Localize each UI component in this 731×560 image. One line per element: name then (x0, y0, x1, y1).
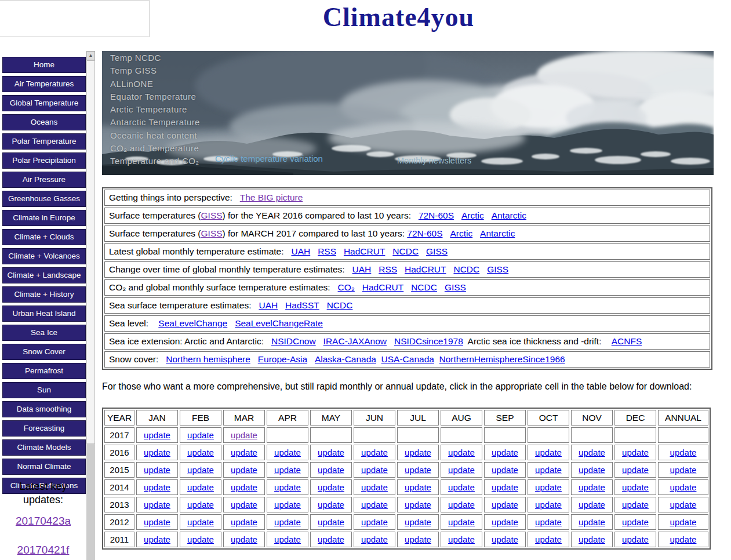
uah-link[interactable]: UAH (291, 246, 310, 257)
update-link-20170421f[interactable]: 20170421f (0, 543, 86, 557)
update-link[interactable]: update (405, 500, 431, 510)
update-link[interactable]: update (144, 482, 170, 492)
giss-link[interactable]: GISS (201, 228, 223, 239)
northernhemispheresince1966-link[interactable]: NorthernHemisphereSince1966 (439, 354, 565, 365)
ncdc-link[interactable]: NCDC (392, 246, 419, 257)
scrollbar-thumb[interactable] (86, 60, 95, 444)
giss-link[interactable]: GISS (201, 210, 223, 221)
update-link[interactable]: update (405, 482, 431, 492)
update-link[interactable]: update (535, 465, 562, 475)
sidebar-item-climate-clouds[interactable]: Climate + Clouds (2, 229, 86, 245)
uah-link[interactable]: UAH (259, 300, 278, 311)
sidebar-item-oceans[interactable]: Oceans (2, 114, 86, 130)
hadcrut-link[interactable]: HadCRUT (405, 264, 446, 275)
arctic-temperature-link[interactable]: Arctic Temperature (110, 104, 200, 114)
sidebar-item-permafrost[interactable]: Permafrost (2, 363, 86, 379)
sidebar-item-air-temperatures[interactable]: Air Temperatures (2, 76, 86, 92)
update-link[interactable]: update (670, 448, 697, 457)
update-link[interactable]: update (187, 500, 214, 510)
update-link[interactable]: update (144, 448, 170, 457)
update-link[interactable]: update (187, 534, 214, 544)
hadsst-link[interactable]: HadSST (285, 300, 319, 311)
update-link[interactable]: update (405, 517, 431, 527)
update-link[interactable]: update (187, 448, 214, 457)
update-link[interactable]: update (492, 500, 518, 510)
update-link[interactable]: update (274, 500, 301, 510)
giss-link[interactable]: GISS (487, 264, 508, 275)
72n-60s-link[interactable]: 72N-60S (407, 228, 442, 239)
update-link[interactable]: update (144, 430, 170, 440)
oceanic-heat-content-link[interactable]: Oceanic heat content (110, 130, 200, 140)
update-link[interactable]: update (274, 482, 301, 492)
ncdc-link[interactable]: NCDC (411, 282, 437, 293)
update-link-20170423a[interactable]: 20170423a (0, 514, 86, 528)
update-link[interactable]: update (492, 517, 518, 527)
sidebar-item-data-smoothing[interactable]: Data smoothing (2, 401, 86, 417)
temp-ncdc-link[interactable]: Temp NCDC (110, 53, 200, 63)
update-link[interactable]: update (579, 448, 605, 457)
update-link[interactable]: update (144, 534, 170, 544)
update-link[interactable]: update (361, 534, 388, 544)
sidebar-item-forecasting[interactable]: Forecasting (2, 420, 86, 437)
update-link[interactable]: update (274, 448, 301, 457)
sidebar-item-climate-volcanoes[interactable]: Climate + Volcanoes (2, 248, 86, 264)
update-link[interactable]: update (622, 448, 649, 457)
update-link[interactable]: update (670, 482, 697, 492)
update-link[interactable]: update (492, 465, 518, 475)
update-link[interactable]: update (231, 500, 257, 510)
update-link[interactable]: update (405, 465, 431, 475)
scroll-up-arrow-icon[interactable]: ▲ (86, 51, 95, 60)
update-link[interactable]: update (579, 465, 605, 475)
northern-hemisphere-link[interactable]: Northern hemisphere (166, 354, 250, 365)
sidebar-item-air-pressure[interactable]: Air Pressure (2, 172, 86, 188)
hadcrut-link[interactable]: HadCRUT (362, 282, 403, 293)
update-link[interactable]: update (535, 534, 562, 544)
update-link[interactable]: update (622, 482, 649, 492)
sidebar-item-home[interactable]: Home (2, 57, 86, 73)
arctic-link[interactable]: Arctic (450, 228, 472, 239)
72n-60s-link[interactable]: 72N-60S (419, 210, 454, 221)
update-link[interactable]: update (187, 430, 214, 440)
update-link[interactable]: update (361, 500, 388, 510)
update-link[interactable]: update (670, 517, 697, 527)
update-link[interactable]: update (231, 448, 257, 457)
update-link[interactable]: update (622, 534, 649, 544)
temperature-and-co2-link[interactable]: Temperature and CO₂ (110, 156, 200, 166)
update-link[interactable]: update (535, 448, 562, 457)
update-link[interactable]: update (318, 448, 344, 457)
alaska-canada-link[interactable]: Alaska-Canada (315, 354, 376, 365)
giss-link[interactable]: GISS (445, 282, 466, 293)
update-link[interactable]: update (361, 448, 388, 457)
update-link[interactable]: update (274, 465, 301, 475)
sidebar-item-climate-history[interactable]: Climate + History (2, 286, 86, 303)
update-link[interactable]: update (274, 517, 301, 527)
update-link[interactable]: update (448, 517, 475, 527)
update-link[interactable]: update (187, 482, 214, 492)
update-link[interactable]: update (231, 482, 257, 492)
co2-and-temperature-link[interactable]: CO₂ and Temperature (110, 143, 200, 153)
update-link[interactable]: update (361, 482, 388, 492)
irac-jaxanow-link[interactable]: IRAC-JAXAnow (323, 336, 387, 347)
sidebar-item-sea-ice[interactable]: Sea Ice (2, 325, 86, 341)
update-link[interactable]: update (535, 517, 562, 527)
hadcrut-link[interactable]: HadCRUT (344, 246, 385, 257)
update-link[interactable]: update (144, 500, 170, 510)
rss-link[interactable]: RSS (318, 246, 336, 257)
cyclic-temperature-variation-link[interactable]: Cyclic temperature variation (215, 154, 323, 163)
rss-link[interactable]: RSS (379, 264, 397, 275)
co2-link[interactable]: CO₂ (338, 282, 355, 293)
sidebar-item-polar-precipitation[interactable]: Polar Precipitation (2, 152, 86, 169)
sidebar-item-polar-temperature[interactable]: Polar Temperature (2, 133, 86, 150)
update-link[interactable]: update (231, 534, 257, 544)
update-link[interactable]: update (318, 482, 344, 492)
update-link[interactable]: update (448, 482, 475, 492)
update-link[interactable]: update (231, 465, 257, 475)
update-link[interactable]: update (318, 534, 344, 544)
update-link[interactable]: update (579, 500, 605, 510)
update-link[interactable]: update (361, 465, 388, 475)
update-link[interactable]: update (579, 482, 605, 492)
sealevelchange-link[interactable]: SeaLevelChange (158, 318, 227, 329)
antarctic-link[interactable]: Antarctic (492, 210, 526, 221)
ncdc-link[interactable]: NCDC (327, 300, 353, 311)
update-link[interactable]: update (492, 448, 518, 457)
